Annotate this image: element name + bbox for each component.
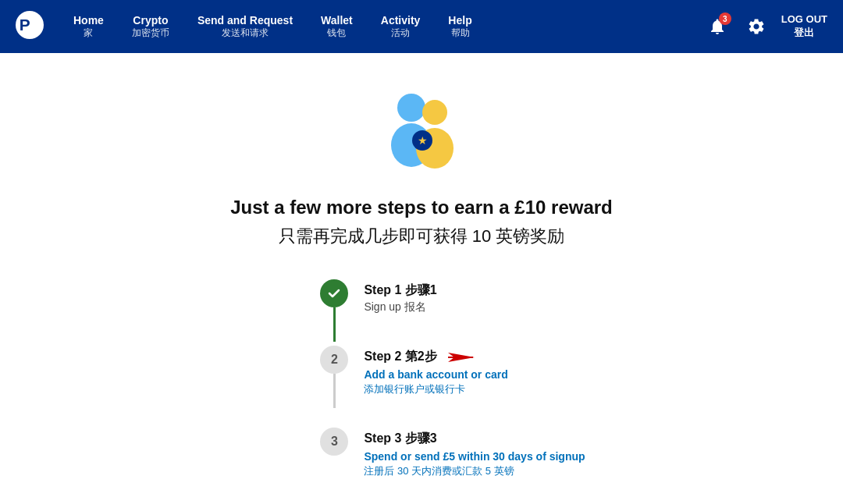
notification-badge: 3 <box>719 12 731 25</box>
step-1-title: Step 1 步骤1 <box>364 282 436 299</box>
step-1: Step 1 步骤1 Sign up 报名 <box>320 279 436 346</box>
step-1-content: Step 1 步骤1 Sign up 报名 <box>364 279 436 346</box>
nav-crypto[interactable]: Crypto 加密货币 <box>118 0 183 53</box>
notification-button[interactable]: 3 <box>703 12 731 41</box>
settings-button[interactable] <box>742 12 770 41</box>
svg-point-4 <box>422 100 447 125</box>
step-2-link-en[interactable]: Add a bank account or card <box>364 368 507 381</box>
svg-text:P: P <box>20 16 30 34</box>
step-2: 2 Step 2 第2步 Add a bank account or card … <box>320 346 507 428</box>
step-3-title: Step 3 步骤3 <box>364 431 585 447</box>
step-2-title: Step 2 第2步 <box>364 349 507 365</box>
step-3-link-en[interactable]: Spend or send £5 within 30 days of signu… <box>364 450 585 463</box>
nav-home[interactable]: Home 家 <box>59 0 118 53</box>
step-3: 3 Step 3 步骤3 Spend or send £5 within 30 … <box>320 428 585 478</box>
step-1-left <box>320 279 348 342</box>
nav-items: Home 家 Crypto 加密货币 Send and Request 发送和请… <box>59 0 703 53</box>
logout-button[interactable]: LOG OUT 登出 <box>781 13 827 40</box>
steps-container: Step 1 步骤1 Sign up 报名 2 Step 2 第2步 <box>320 279 585 478</box>
step-3-content: Step 3 步骤3 Spend or send £5 within 30 da… <box>364 428 585 478</box>
step-2-left: 2 <box>320 346 348 408</box>
heading-cn: 只需再完成几步即可获得 10 英镑奖励 <box>230 225 613 248</box>
heading-en: Just a few more steps to earn a £10 rewa… <box>230 197 613 218</box>
step-2-link-cn[interactable]: 添加银行账户或银行卡 <box>364 382 507 396</box>
step-3-circle: 3 <box>320 428 348 456</box>
step-2-content: Step 2 第2步 Add a bank account or card 添加… <box>364 346 507 428</box>
step-2-circle: 2 <box>320 346 348 374</box>
svg-text:★: ★ <box>418 134 428 147</box>
navbar: P Home 家 Crypto 加密货币 Send and Request 发送… <box>0 0 843 53</box>
nav-wallet[interactable]: Wallet 钱包 <box>307 0 367 53</box>
paypal-logo[interactable]: P <box>16 11 44 42</box>
step-2-line <box>333 374 336 408</box>
hero-illustration: ★ <box>371 84 472 173</box>
main-content: ★ Just a few more steps to earn a £10 re… <box>0 53 843 504</box>
step-3-link-cn[interactable]: 注册后 30 天内消费或汇款 5 英镑 <box>364 464 585 478</box>
nav-help[interactable]: Help 帮助 <box>434 0 486 53</box>
step-3-left: 3 <box>320 428 348 456</box>
heading-section: Just a few more steps to earn a £10 rewa… <box>230 197 613 248</box>
step-1-subtitle: Sign up 报名 <box>364 300 436 314</box>
step-1-line <box>333 307 336 342</box>
nav-send-request[interactable]: Send and Request 发送和请求 <box>183 0 307 53</box>
nav-right: 3 LOG OUT 登出 <box>703 12 827 41</box>
step-1-circle <box>320 279 348 307</box>
nav-activity[interactable]: Activity 活动 <box>367 0 435 53</box>
svg-point-2 <box>397 94 425 122</box>
